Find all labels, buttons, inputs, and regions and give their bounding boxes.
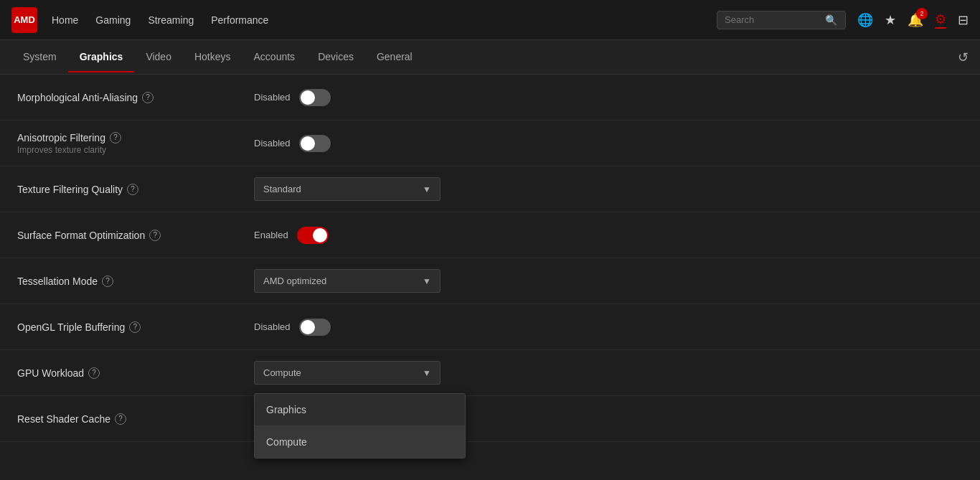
tessellation-mode-help[interactable]: ? — [102, 276, 113, 287]
surface-format-optimization-label: Surface Format Optimization — [17, 230, 145, 241]
opengl-triple-buffering-toggle[interactable] — [299, 319, 331, 336]
anisotropic-filtering-help[interactable]: ? — [110, 132, 121, 143]
notification-badge: 2 — [916, 8, 928, 19]
setting-row-anisotropic-filtering: Anisotropic Filtering ? Improves texture… — [0, 121, 980, 166]
opengl-triple-buffering-help[interactable]: ? — [129, 321, 141, 333]
setting-control-col: Enabled — [242, 218, 974, 253]
amd-logo: AMD — [11, 7, 37, 33]
anisotropic-filtering-label: Anisotropic Filtering — [17, 132, 105, 143]
search-input[interactable] — [725, 14, 825, 25]
reset-icon[interactable]: ↺ — [958, 50, 969, 65]
opengl-triple-buffering-value: Disabled — [254, 321, 291, 332]
toggle-knob — [301, 90, 315, 105]
setting-control-col: Disabled — [242, 126, 974, 161]
monitor-icon[interactable]: ⊟ — [958, 12, 969, 28]
dropdown-arrow-icon: ▼ — [423, 276, 431, 286]
tab-hotkeys[interactable]: Hotkeys — [183, 42, 242, 72]
search-icon: 🔍 — [825, 14, 837, 26]
setting-row-texture-filtering-quality: Texture Filtering Quality ? Standard ▼ — [0, 166, 980, 212]
anisotropic-filtering-toggle[interactable] — [299, 135, 331, 152]
texture-filtering-quality-dropdown[interactable]: Standard ▼ — [254, 177, 440, 201]
nav-gaming[interactable]: Gaming — [95, 11, 131, 29]
reset-shader-cache-help[interactable]: ? — [115, 413, 126, 425]
gpu-workload-option-compute[interactable]: Compute — [255, 426, 465, 458]
reset-shader-cache-label: Reset Shader Cache — [17, 413, 110, 425]
setting-label-col: Tessellation Mode ? — [6, 267, 242, 296]
tessellation-mode-dropdown[interactable]: AMD optimized ▼ — [254, 269, 440, 293]
gpu-workload-option-graphics[interactable]: Graphics — [255, 394, 465, 426]
settings-icon[interactable]: ⚙ — [935, 11, 946, 29]
globe-icon[interactable]: 🌐 — [857, 12, 873, 28]
setting-row-morphological-anti-aliasing: Morphological Anti-Aliasing ? Disabled — [0, 75, 980, 121]
setting-label-col: Surface Format Optimization ? — [6, 221, 242, 250]
notifications-icon[interactable]: 🔔 2 — [908, 12, 923, 28]
anisotropic-filtering-desc: Improves texture clarity — [17, 145, 231, 155]
tab-accounts[interactable]: Accounts — [242, 42, 307, 72]
toggle-knob — [313, 228, 327, 243]
surface-format-optimization-value: Enabled — [254, 230, 288, 240]
anisotropic-filtering-value: Disabled — [254, 138, 291, 149]
tab-graphics[interactable]: Graphics — [68, 42, 135, 72]
setting-row-opengl-triple-buffering: OpenGL Triple Buffering ? Disabled — [0, 304, 980, 350]
amd-logo-text: AMD — [14, 14, 35, 25]
nav-links: Home Gaming Streaming Performance — [52, 11, 717, 29]
favorites-icon[interactable]: ★ — [885, 12, 896, 28]
setting-label-col: Morphological Anti-Aliasing ? — [6, 83, 242, 112]
texture-filtering-quality-label: Texture Filtering Quality — [17, 184, 123, 195]
gpu-workload-label: GPU Workload — [17, 367, 84, 379]
tab-devices[interactable]: Devices — [306, 42, 365, 72]
tab-video[interactable]: Video — [134, 42, 183, 72]
setting-control-col: Standard ▼ — [242, 169, 974, 210]
setting-label-col: OpenGL Triple Buffering ? — [6, 313, 242, 342]
setting-label-col: GPU Workload ? — [6, 359, 242, 387]
setting-row-gpu-workload: GPU Workload ? Compute ▼ Graphics Comput… — [0, 350, 980, 396]
tabs-bar: System Graphics Video Hotkeys Accounts D… — [0, 40, 980, 75]
setting-control-col: AMD optimized ▼ — [242, 260, 974, 301]
texture-filtering-quality-help[interactable]: ? — [127, 184, 138, 195]
gpu-workload-dropdown-popup: Graphics Compute — [254, 393, 466, 458]
texture-filtering-quality-value: Standard — [263, 184, 301, 194]
top-nav: AMD Home Gaming Streaming Performance 🔍 … — [0, 0, 980, 40]
setting-row-tessellation-mode: Tessellation Mode ? AMD optimized ▼ — [0, 258, 980, 304]
nav-performance[interactable]: Performance — [211, 11, 268, 29]
opengl-triple-buffering-label: OpenGL Triple Buffering — [17, 321, 125, 333]
setting-control-col: Disabled — [242, 310, 974, 344]
tab-system[interactable]: System — [11, 42, 68, 72]
morphological-anti-aliasing-help[interactable]: ? — [142, 92, 154, 103]
tessellation-mode-label: Tessellation Mode — [17, 276, 98, 287]
morphological-anti-aliasing-label: Morphological Anti-Aliasing — [17, 92, 138, 103]
morphological-anti-aliasing-value: Disabled — [254, 92, 291, 103]
setting-row-reset-shader-cache: Reset Shader Cache ? — [0, 396, 980, 442]
tab-general[interactable]: General — [365, 42, 424, 72]
setting-label-col: Reset Shader Cache ? — [6, 405, 242, 433]
nav-icons: 🌐 ★ 🔔 2 ⚙ ⊟ — [857, 11, 969, 29]
gpu-workload-dropdown[interactable]: Compute ▼ — [254, 361, 440, 385]
settings-content: Morphological Anti-Aliasing ? Disabled A… — [0, 75, 980, 480]
tessellation-mode-value: AMD optimized — [263, 276, 326, 286]
nav-home[interactable]: Home — [52, 11, 78, 29]
surface-format-optimization-toggle[interactable] — [297, 227, 329, 244]
morphological-anti-aliasing-toggle[interactable] — [299, 89, 331, 106]
setting-control-col: Disabled — [242, 80, 974, 115]
search-box: 🔍 — [717, 11, 846, 29]
setting-row-surface-format-optimization: Surface Format Optimization ? Enabled — [0, 212, 980, 258]
gpu-workload-help[interactable]: ? — [88, 367, 100, 379]
surface-format-optimization-help[interactable]: ? — [149, 230, 161, 241]
setting-label-col: Anisotropic Filtering ? Improves texture… — [6, 123, 242, 164]
toggle-knob — [301, 136, 315, 151]
gpu-workload-value: Compute — [263, 367, 301, 378]
setting-label-col: Texture Filtering Quality ? — [6, 175, 242, 204]
dropdown-arrow-icon: ▼ — [423, 368, 431, 378]
setting-control-col: Compute ▼ Graphics Compute — [242, 352, 974, 393]
dropdown-arrow-icon: ▼ — [423, 184, 431, 194]
nav-streaming[interactable]: Streaming — [148, 11, 194, 29]
toggle-knob — [301, 320, 315, 334]
